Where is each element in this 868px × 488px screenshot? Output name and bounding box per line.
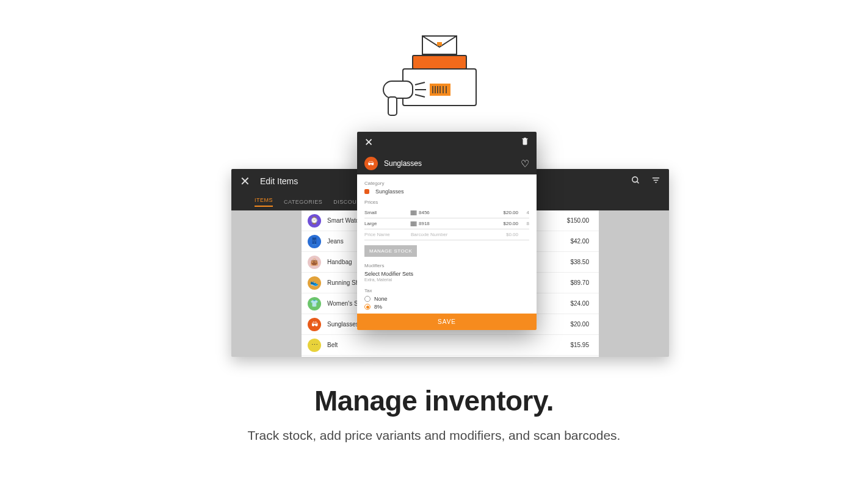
modifiers-select[interactable]: Select Modifier Sets bbox=[364, 271, 529, 277]
svg-point-15 bbox=[632, 176, 638, 182]
barcode-icon bbox=[411, 210, 417, 215]
modifiers-section-label: Modifiers bbox=[364, 263, 529, 268]
category-name: Sunglasses bbox=[375, 188, 404, 195]
item-name: Sunglasses bbox=[384, 159, 422, 168]
tax-option-none[interactable]: None bbox=[364, 296, 529, 302]
marketing-subline: Track stock, add price variants and modi… bbox=[0, 428, 868, 443]
delete-icon[interactable] bbox=[521, 136, 529, 148]
close-icon[interactable]: ✕ bbox=[364, 136, 373, 149]
filter-icon[interactable] bbox=[651, 176, 660, 187]
barcode-icon bbox=[411, 221, 417, 226]
manage-stock-button[interactable]: MANAGE STOCK bbox=[364, 245, 417, 257]
list-item[interactable]: ⋯Belt$15.95 bbox=[302, 335, 599, 356]
inventory-illustration bbox=[370, 34, 498, 131]
item-edit-dialog: ✕ 🕶 Sunglasses ♡ Category Sunglasses Pri… bbox=[357, 132, 537, 330]
save-button[interactable]: SAVE bbox=[357, 314, 537, 330]
tax-option-rate[interactable]: 8% bbox=[364, 304, 529, 310]
favorite-icon[interactable]: ♡ bbox=[521, 158, 529, 170]
svg-rect-1 bbox=[437, 42, 442, 46]
category-color-swatch bbox=[364, 189, 369, 194]
variant-row[interactable]: Large 8918 $20.00 8 bbox=[364, 218, 529, 229]
category-row[interactable]: Sunglasses bbox=[364, 188, 529, 195]
svg-line-16 bbox=[637, 181, 638, 183]
close-icon[interactable]: ✕ bbox=[240, 174, 250, 188]
tax-section-label: Tax bbox=[364, 288, 529, 293]
tab-items[interactable]: ITEMS bbox=[255, 197, 273, 207]
item-thumbnail[interactable]: 🕶 bbox=[364, 157, 378, 170]
prices-section-label: Prices bbox=[364, 199, 529, 205]
modifiers-summary: Extra, Material bbox=[364, 278, 529, 282]
svg-rect-2 bbox=[413, 56, 466, 69]
variant-row[interactable]: Small 8456 $20.00 4 bbox=[364, 207, 529, 218]
variant-row-placeholder[interactable]: Price Name Barcode Number $0.00 bbox=[364, 229, 529, 240]
tab-categories[interactable]: CATEGORIES bbox=[284, 199, 322, 205]
search-icon[interactable] bbox=[631, 176, 640, 187]
category-section-label: Category bbox=[364, 181, 529, 186]
marketing-headline: Manage inventory. bbox=[0, 384, 868, 417]
svg-rect-11 bbox=[388, 97, 397, 115]
